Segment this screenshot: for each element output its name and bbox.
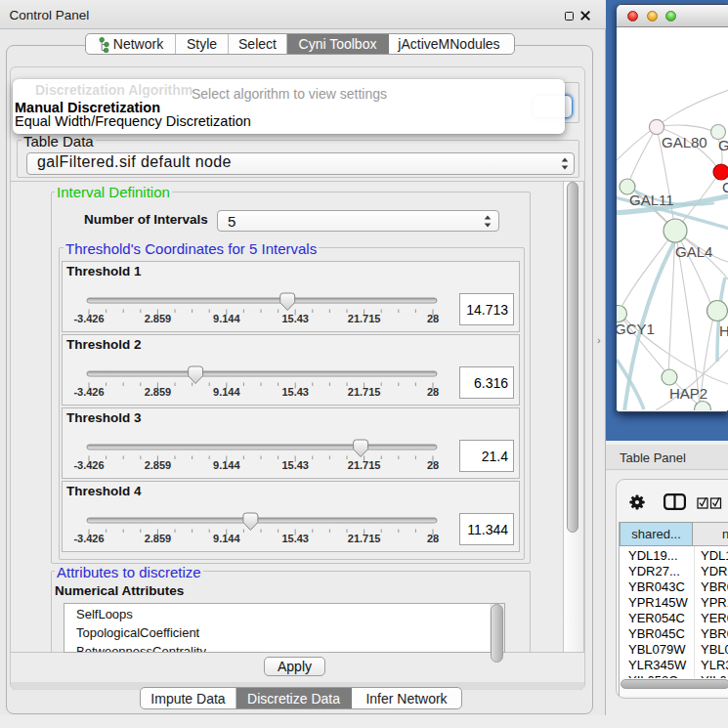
- svg-text:9.144: 9.144: [213, 459, 240, 471]
- svg-text:-3.426: -3.426: [73, 386, 104, 398]
- svg-text:-3.426: -3.426: [73, 313, 104, 324]
- svg-text:C: C: [722, 179, 728, 195]
- svg-text:9.144: 9.144: [213, 533, 240, 544]
- svg-text:HAP2: HAP2: [669, 385, 707, 402]
- svg-text:GA: GA: [718, 137, 728, 153]
- svg-text:2.859: 2.859: [145, 386, 172, 398]
- svg-text:GCY1: GCY1: [617, 321, 655, 337]
- svg-text:28: 28: [427, 313, 439, 324]
- svg-text:15.43: 15.43: [281, 533, 309, 544]
- svg-text:-3.426: -3.426: [73, 459, 104, 471]
- svg-text:2.859: 2.859: [145, 459, 172, 471]
- svg-text:28: 28: [427, 533, 439, 544]
- svg-text:21.715: 21.715: [348, 313, 381, 324]
- svg-text:21.715: 21.715: [348, 459, 381, 471]
- svg-text:9.144: 9.144: [213, 386, 240, 398]
- svg-text:2.859: 2.859: [145, 313, 172, 324]
- svg-text:GAL11: GAL11: [629, 192, 674, 208]
- svg-text:GAL4: GAL4: [675, 243, 712, 260]
- svg-text:21.715: 21.715: [348, 533, 381, 544]
- svg-text:15.43: 15.43: [281, 386, 309, 398]
- svg-text:9.144: 9.144: [213, 313, 240, 324]
- svg-text:28: 28: [427, 459, 439, 471]
- svg-text:GAL80: GAL80: [662, 134, 707, 150]
- svg-text:-3.426: -3.426: [73, 533, 104, 544]
- svg-text:21.715: 21.715: [348, 386, 381, 398]
- svg-text:2.859: 2.859: [145, 533, 172, 544]
- svg-text:15.43: 15.43: [281, 313, 309, 324]
- svg-text:H: H: [719, 322, 728, 339]
- svg-text:15.43: 15.43: [281, 459, 309, 471]
- svg-text:28: 28: [427, 386, 439, 398]
